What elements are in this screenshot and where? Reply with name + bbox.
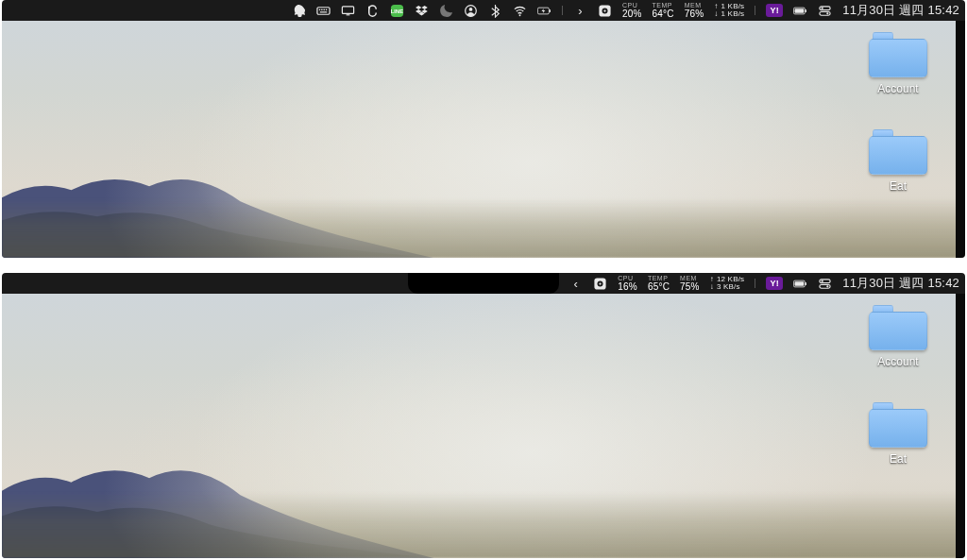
wifi-icon[interactable] xyxy=(513,4,527,18)
menubar: LINE › CPU 20% TEMP 64°C MEM 76% ↑1 KB/s… xyxy=(2,0,965,21)
chevron-left-icon[interactable]: ‹ xyxy=(568,277,583,291)
mem-value: 76% xyxy=(685,9,704,19)
dropbox-icon[interactable] xyxy=(415,4,429,18)
wallpaper-treeline xyxy=(2,198,965,258)
folder-eat[interactable]: Eat xyxy=(856,129,941,193)
mem-value: 75% xyxy=(680,282,700,292)
folder-label: Eat xyxy=(890,452,907,466)
net-down-value: 3 KB/s xyxy=(717,283,740,291)
temp-value: 64°C xyxy=(653,9,674,19)
arrow-down-icon: ↓ xyxy=(714,10,718,18)
line-app-icon[interactable]: LINE xyxy=(390,4,404,18)
folder-eat[interactable]: Eat xyxy=(856,402,941,466)
folder-label: Account xyxy=(877,355,918,368)
desktop-area[interactable]: Account Eat xyxy=(2,294,965,558)
svg-rect-2 xyxy=(321,8,322,9)
menubar-separator xyxy=(562,6,563,15)
do-not-disturb-icon[interactable] xyxy=(439,4,453,18)
cpu-label: CPU xyxy=(618,275,633,281)
network-stat[interactable]: ↑12 KB/s ↓3 KB/s xyxy=(710,276,745,291)
yahoo-ime-icon[interactable]: Y! xyxy=(766,277,783,290)
svg-text:LINE: LINE xyxy=(391,8,404,14)
mem-label: MEM xyxy=(685,2,702,8)
temp-label: TEMP xyxy=(648,275,668,281)
svg-rect-5 xyxy=(320,11,328,12)
svg-point-34 xyxy=(827,285,829,287)
screenshot-expanded-menubar: LINE › CPU 20% TEMP 64°C MEM 76% ↑1 KB/s… xyxy=(2,0,965,258)
screen-bezel xyxy=(956,294,965,558)
yahoo-ime-icon[interactable]: Y! xyxy=(766,4,783,17)
folder-icon xyxy=(869,305,927,350)
keyboard-icon[interactable] xyxy=(316,4,331,18)
display-notch xyxy=(408,273,559,294)
svg-point-17 xyxy=(603,9,605,11)
svg-rect-3 xyxy=(323,8,324,9)
folder-account[interactable]: Account xyxy=(856,305,941,368)
svg-rect-14 xyxy=(550,9,551,12)
battery-icon[interactable] xyxy=(793,277,807,291)
menubar-separator xyxy=(755,279,755,288)
svg-point-12 xyxy=(518,14,520,16)
display-icon[interactable] xyxy=(341,4,355,18)
svg-point-24 xyxy=(827,12,829,14)
svg-rect-4 xyxy=(326,8,327,9)
svg-point-32 xyxy=(822,280,823,281)
mem-stat[interactable]: MEM 76% xyxy=(685,2,704,19)
desktop-area[interactable]: Account Eat xyxy=(2,21,965,258)
svg-rect-30 xyxy=(795,281,805,286)
svg-point-22 xyxy=(822,7,823,8)
menubar-separator xyxy=(755,6,755,15)
folder-icon xyxy=(869,129,927,175)
cleanmymac-icon[interactable] xyxy=(598,4,612,18)
battery-charging-icon[interactable] xyxy=(537,4,551,18)
svg-rect-19 xyxy=(806,9,806,12)
svg-rect-20 xyxy=(795,8,805,13)
chevron-right-icon[interactable]: › xyxy=(573,4,587,18)
svg-rect-0 xyxy=(317,7,330,14)
cpu-stat[interactable]: CPU 16% xyxy=(618,275,637,292)
cpu-stat[interactable]: CPU 20% xyxy=(622,2,642,19)
folder-account[interactable]: Account xyxy=(856,32,941,95)
mem-stat[interactable]: MEM 75% xyxy=(680,275,700,292)
datetime-display[interactable]: 11月30日 週四 15:42 xyxy=(842,2,959,19)
qq-icon[interactable] xyxy=(292,4,306,18)
logitech-icon[interactable] xyxy=(365,4,380,18)
net-down-value: 1 KB/s xyxy=(721,10,745,18)
network-stat[interactable]: ↑1 KB/s ↓1 KB/s xyxy=(714,3,744,18)
desktop-folders: Account Eat xyxy=(856,32,941,193)
svg-rect-1 xyxy=(319,8,320,9)
datetime-display[interactable]: 11月30日 週四 15:42 xyxy=(842,275,959,292)
wallpaper-treeline xyxy=(2,492,965,558)
folder-label: Account xyxy=(877,82,918,95)
screen-bezel xyxy=(956,21,965,258)
bluetooth-icon[interactable] xyxy=(488,4,502,18)
mem-label: MEM xyxy=(680,275,697,281)
cpu-value: 16% xyxy=(618,282,637,292)
svg-rect-7 xyxy=(347,14,350,15)
folder-label: Eat xyxy=(890,179,907,193)
temp-label: TEMP xyxy=(653,2,672,8)
folder-icon xyxy=(869,32,927,77)
control-center-icon[interactable] xyxy=(818,277,832,291)
desktop-folders: Account Eat xyxy=(856,305,941,466)
folder-icon xyxy=(869,402,927,448)
cleanmymac-icon[interactable] xyxy=(593,277,607,291)
cpu-label: CPU xyxy=(622,2,637,8)
temp-stat[interactable]: TEMP 64°C xyxy=(653,2,674,19)
control-center-icon[interactable] xyxy=(818,4,832,18)
svg-point-27 xyxy=(600,282,602,284)
arrow-down-icon: ↓ xyxy=(710,283,714,291)
svg-rect-29 xyxy=(806,282,806,285)
cpu-value: 20% xyxy=(622,9,642,19)
screenshot-collapsed-menubar: ‹ CPU 16% TEMP 65°C MEM 75% ↑12 KB/s ↓3 … xyxy=(2,273,965,558)
temp-value: 65°C xyxy=(648,282,670,292)
svg-rect-6 xyxy=(342,6,353,13)
temp-stat[interactable]: TEMP 65°C xyxy=(648,275,670,292)
battery-icon[interactable] xyxy=(793,4,807,18)
user-account-icon[interactable] xyxy=(464,4,478,18)
svg-point-11 xyxy=(469,8,473,11)
